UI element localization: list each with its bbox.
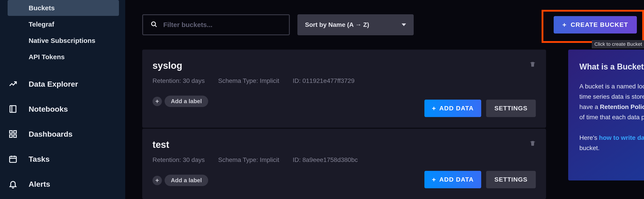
bucket-name[interactable]: syslog (152, 60, 536, 71)
sidebar-main: Data Explorer Notebooks Dashboards Tasks… (0, 71, 125, 199)
bucket-retention: Retention: 30 days (152, 156, 205, 164)
svg-rect-0 (10, 106, 16, 112)
tooltip-create-bucket: Click to create Bucket (592, 40, 644, 48)
bucket-card: syslog Retention: 30 days Schema Type: I… (142, 50, 546, 128)
sidebar-subitem-buckets[interactable]: Buckets (8, 0, 119, 16)
grid-icon (8, 129, 18, 139)
tooltip-text: Click to create Bucket (594, 41, 642, 47)
sidebar-item-label: Alerts (28, 180, 50, 189)
info-link-write-data[interactable]: how to write data (599, 134, 644, 141)
add-label-button[interactable]: Add a label (164, 175, 208, 186)
add-label-button[interactable]: Add a label (164, 96, 208, 107)
sidebar-subitem-telegraf[interactable]: Telegraf (8, 16, 119, 32)
sidebar-subitem-label: Native Subscriptions (28, 37, 95, 44)
info-title: What is a Bucket? (580, 62, 644, 71)
bucket-actions: + ADD DATA SETTINGS (424, 171, 536, 188)
toolbar: Sort by Name (A → Z) + CREATE BUCKET (142, 14, 644, 35)
info-bold: Retention Policy (600, 103, 644, 110)
create-bucket-label: CREATE BUCKET (571, 21, 628, 28)
notebook-icon (8, 104, 18, 114)
chevron-down-icon (402, 23, 406, 26)
sidebar-item-dashboards[interactable]: Dashboards (0, 122, 125, 147)
sort-dropdown[interactable]: Sort by Name (A → Z) (298, 14, 414, 35)
bucket-card: test Retention: 30 days Schema Type: Imp… (142, 129, 546, 199)
svg-line-12 (155, 25, 157, 27)
svg-rect-5 (10, 135, 12, 137)
plus-icon: + (432, 105, 436, 112)
calendar-icon (8, 154, 18, 164)
sidebar-item-label: Dashboards (28, 130, 73, 139)
plus-icon: + (562, 21, 567, 28)
info-paragraph-1: A bucket is a named location where time … (580, 81, 644, 122)
plus-icon: + (432, 176, 436, 183)
sidebar-item-label: Notebooks (28, 105, 68, 113)
info-panel: What is a Bucket? A bucket is a named lo… (568, 50, 644, 181)
svg-rect-6 (10, 156, 16, 162)
sidebar-item-alerts[interactable]: Alerts (0, 172, 125, 197)
bucket-settings-button[interactable]: SETTINGS (486, 100, 536, 117)
bell-icon (8, 179, 18, 189)
search-input[interactable] (163, 21, 280, 28)
sidebar: Buckets Telegraf Native Subscriptions AP… (0, 0, 125, 199)
sidebar-subitem-label: API Tokens (28, 53, 64, 61)
sidebar-submenu: Buckets Telegraf Native Subscriptions AP… (8, 0, 119, 65)
bucket-name[interactable]: test (152, 139, 536, 150)
svg-rect-3 (14, 131, 16, 133)
bucket-meta: Retention: 30 days Schema Type: Implicit… (152, 77, 536, 84)
add-data-label: ADD DATA (439, 176, 474, 183)
bucket-settings-button[interactable]: SETTINGS (486, 171, 536, 188)
bucket-schema: Schema Type: Implicit (218, 156, 279, 164)
sidebar-subitem-label: Buckets (28, 4, 55, 12)
add-data-label: ADD DATA (439, 105, 474, 112)
bucket-id: ID: 011921e477ff3729 (293, 77, 355, 84)
bucket-id: ID: 8a9eee1758d380bc (293, 156, 358, 164)
add-label-plus-button[interactable]: + (152, 176, 162, 185)
bucket-actions: + ADD DATA SETTINGS (424, 100, 536, 117)
delete-bucket-button[interactable] (530, 61, 536, 67)
chart-line-icon (8, 79, 18, 89)
sidebar-item-label: Tasks (28, 155, 50, 164)
add-label-plus-button[interactable]: + (152, 97, 162, 106)
info-text: Here's (580, 134, 599, 141)
sidebar-item-label: Data Explorer (28, 80, 78, 88)
bucket-meta: Retention: 30 days Schema Type: Implicit… (152, 156, 536, 164)
create-bucket-button[interactable]: + CREATE BUCKET (554, 16, 637, 33)
sidebar-item-data-explorer[interactable]: Data Explorer (0, 71, 125, 96)
bucket-retention: Retention: 30 days (152, 77, 205, 84)
bucket-schema: Schema Type: Implicit (218, 77, 279, 84)
info-paragraph-2: Here's how to write data into your bucke… (580, 133, 644, 153)
search-wrap (142, 14, 290, 35)
add-data-button[interactable]: + ADD DATA (424, 171, 481, 188)
search-icon (151, 21, 158, 28)
svg-point-11 (152, 22, 156, 26)
sort-label: Sort by Name (A → Z) (305, 21, 369, 28)
sidebar-subitem-native-subscriptions[interactable]: Native Subscriptions (8, 33, 119, 48)
main: Sort by Name (A → Z) + CREATE BUCKET Cli… (142, 0, 644, 199)
sidebar-subitem-label: Telegraf (28, 20, 54, 28)
svg-rect-4 (14, 135, 16, 137)
sidebar-item-tasks[interactable]: Tasks (0, 147, 125, 172)
svg-rect-2 (10, 131, 12, 133)
sidebar-item-notebooks[interactable]: Notebooks (0, 96, 125, 122)
add-data-button[interactable]: + ADD DATA (424, 100, 481, 117)
sidebar-subitem-api-tokens[interactable]: API Tokens (8, 49, 119, 65)
delete-bucket-button[interactable] (530, 140, 536, 147)
sidebar-item-settings[interactable]: Settings (0, 197, 125, 199)
